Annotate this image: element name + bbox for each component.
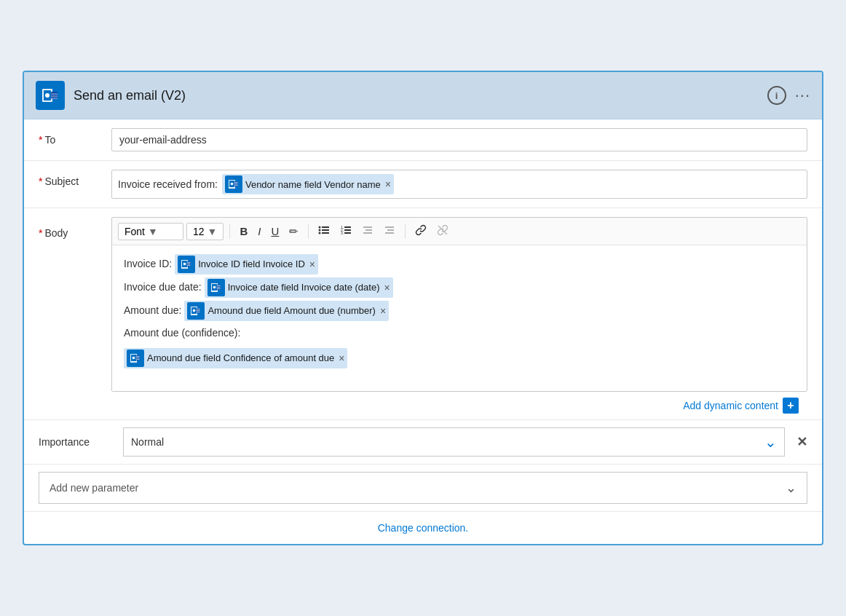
svg-point-49 [193,309,196,312]
subject-tag-close[interactable]: × [385,179,391,189]
svg-point-42 [213,286,216,289]
header-title: Send an email (V2) [74,88,186,103]
add-param-chevron: ⌄ [786,480,796,496]
info-button[interactable]: i [767,86,786,105]
invoice-date-tag: Invoice date field Invoice date (date) × [205,277,393,298]
invoice-date-tag-icon [207,279,225,296]
svg-rect-17 [322,229,329,231]
importance-field-row: Importance Normal ⌄ ✕ [24,420,822,465]
required-star-subject: * [39,175,42,187]
subject-container[interactable]: Invoice received from: [111,170,807,199]
importance-actions: ✕ [796,434,807,450]
svg-point-16 [319,229,321,232]
outdent-button[interactable] [358,222,377,240]
svg-rect-3 [51,92,58,99]
subject-field-row: * Subject Invoice received from: [24,161,822,208]
to-label: * To [39,128,111,146]
svg-text:3.: 3. [341,231,344,235]
svg-point-14 [319,226,321,229]
email-card: Send an email (V2) i ··· * To * Subject [23,71,823,545]
amount-due-tag-icon [187,302,205,320]
svg-rect-25 [344,232,351,234]
confidence-tag-text: Amound due field Confidence of amount du… [147,350,334,366]
editor-line-confidence: Amount due (confidence): [124,324,795,368]
importance-select[interactable]: Normal ⌄ [123,427,785,457]
more-options-button[interactable]: ··· [795,86,810,105]
unlink-button[interactable] [433,222,452,240]
card-header: Send an email (V2) i ··· [24,72,822,119]
toolbar-sep-2 [308,224,309,239]
editor-line-amount-due: Amount due: [124,301,795,321]
confidence-prefix: Amount due (confidence): [124,324,795,342]
invoice-date-prefix: Invoice due date: [124,278,202,296]
importance-chevron[interactable]: ⌄ [764,433,777,451]
font-size-label: 12 [193,226,205,237]
change-connection-link[interactable]: Change connection. [378,522,469,534]
svg-rect-23 [344,229,351,231]
add-dynamic-row: Add dynamic content + [111,392,807,419]
bold-button[interactable]: B [236,223,251,240]
svg-point-56 [133,357,135,360]
invoice-id-tag-close[interactable]: × [309,259,315,269]
add-dynamic-link[interactable]: Add dynamic content [683,400,778,411]
subject-input-container[interactable]: Invoice received from: [111,170,807,199]
svg-point-35 [183,263,186,266]
amount-due-tag-close[interactable]: × [380,306,386,316]
add-param-button[interactable]: Add new parameter ⌄ [39,472,807,504]
footer-row: Change connection. [24,512,822,544]
add-param-label: Add new parameter [50,482,138,494]
body-toolbar: Font ▼ 12 ▼ B I U ✏ [112,218,807,245]
add-param-row: Add new parameter ⌄ [24,465,822,512]
unordered-list-button[interactable] [315,222,333,240]
toolbar-sep-1 [229,224,230,239]
underline-button[interactable]: U [267,223,282,240]
subject-prefix: Invoice received from: [118,178,218,190]
svg-rect-15 [322,226,329,228]
editor-content[interactable]: Invoice ID: [112,245,807,391]
invoice-id-prefix: Invoice ID: [124,255,172,273]
font-select[interactable]: Font ▼ [118,223,183,240]
font-size-select[interactable]: 12 ▼ [186,223,224,240]
subject-label: * Subject [39,170,111,187]
pen-button[interactable]: ✏ [285,223,302,240]
svg-rect-19 [322,232,329,234]
confidence-tag-icon [127,350,144,367]
body-editor[interactable]: Font ▼ 12 ▼ B I U ✏ [111,217,807,392]
to-input[interactable] [111,128,807,151]
confidence-tag: Amound due field Confidence of amount du… [124,348,347,368]
svg-rect-21 [344,226,351,228]
link-button[interactable] [411,222,430,240]
svg-point-9 [231,183,234,186]
invoice-date-tag-text: Invoice date field Invoice date (date) [228,279,380,296]
importance-value: Normal [131,436,164,448]
invoice-id-tag-text: Invoice ID field Invoice ID [198,256,305,272]
font-select-label: Font [124,226,145,237]
header-actions: i ··· [767,86,810,105]
amount-due-tag: Amound due field Amount due (number) × [184,301,389,321]
body-field-row: * Body Font ▼ 12 ▼ [24,208,822,420]
confidence-tag-close[interactable]: × [339,353,344,363]
font-size-arrow: ▼ [207,226,218,237]
invoice-id-tag-icon [178,256,195,273]
invoice-id-tag: Invoice ID field Invoice ID × [175,254,318,275]
svg-point-2 [45,93,50,98]
svg-point-18 [319,232,321,234]
header-left: Send an email (V2) [36,81,186,110]
subject-tag-text: Vendor name field Vendor name [245,179,381,190]
subject-tag-icon [225,175,242,193]
body-label: * Body [39,217,111,239]
amount-due-tag-text: Amound due field Amount due (number) [207,302,376,319]
importance-clear-button[interactable]: ✕ [796,434,807,450]
editor-line-invoice-id: Invoice ID: [124,254,795,275]
importance-label: Importance [39,436,111,448]
indent-button[interactable] [380,222,399,240]
invoice-date-tag-close[interactable]: × [384,283,390,293]
toolbar-sep-3 [405,224,406,239]
italic-button[interactable]: I [254,223,264,240]
add-dynamic-plus[interactable]: + [783,398,799,414]
amount-due-prefix: Amount due: [124,301,181,320]
font-select-arrow: ▼ [148,226,158,237]
ordered-list-button[interactable]: 1. 2. 3. [336,222,355,240]
editor-line-invoice-date: Invoice due date: [124,277,795,298]
to-field-row: * To [24,119,822,161]
